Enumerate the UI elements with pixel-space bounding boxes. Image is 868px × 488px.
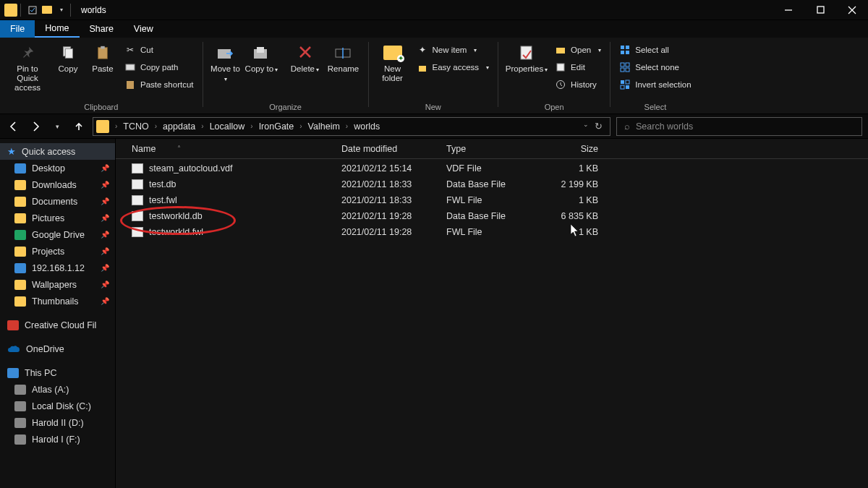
easy-access-label: Easy access xyxy=(433,63,480,72)
sidebar-item-icon xyxy=(14,296,26,307)
close-button[interactable] xyxy=(836,0,868,20)
history-button[interactable]: History xyxy=(552,76,604,93)
invert-selection-button[interactable]: Invert selection xyxy=(616,76,694,93)
new-item-button[interactable]: ✦New item▾ xyxy=(414,41,493,59)
move-to-icon xyxy=(216,43,236,63)
cut-button[interactable]: ✂Cut xyxy=(122,41,197,59)
copy-button[interactable]: Copy xyxy=(52,41,84,74)
tab-home[interactable]: Home xyxy=(35,20,79,38)
sidebar-item-6[interactable]: 192.168.1.12📌 xyxy=(0,260,115,276)
svg-rect-25 xyxy=(621,51,624,54)
drive-item-3[interactable]: Harold I (F:) xyxy=(0,431,115,448)
open-button[interactable]: Open▾ xyxy=(552,41,604,59)
pin-label: Pin to Quick access xyxy=(6,64,49,93)
svg-rect-2 xyxy=(817,7,824,13)
this-pc-icon xyxy=(7,368,19,378)
onedrive-item[interactable]: OneDrive xyxy=(0,341,115,357)
navigation-bar: ▾ › TCNO› appdata› Locallow› IronGate› V… xyxy=(0,114,868,139)
sidebar-item-8[interactable]: Thumbnails📌 xyxy=(0,293,115,309)
file-row-0[interactable]: steam_autocloud.vdf2021/02/12 15:14VDF F… xyxy=(116,160,868,176)
crumb-0[interactable]: TCNO xyxy=(122,121,150,132)
copy-to-button[interactable]: Copy to ▾ xyxy=(245,41,278,74)
sidebar-item-4[interactable]: Google Drive📌 xyxy=(0,226,115,243)
move-to-button[interactable]: Move to ▾ xyxy=(209,41,242,83)
column-name[interactable]: Name˄ xyxy=(132,144,341,154)
file-row-3[interactable]: testworkld.db2021/02/11 19:28Data Base F… xyxy=(116,208,868,224)
sidebar-item-5[interactable]: Projects📌 xyxy=(0,243,115,260)
drive-item-2[interactable]: Harold II (D:) xyxy=(0,414,115,431)
new-item-label: New item xyxy=(433,46,467,54)
refresh-button[interactable]: ↻ xyxy=(595,121,603,132)
onedrive-icon xyxy=(7,345,20,354)
edit-button[interactable]: Edit xyxy=(552,59,604,76)
new-folder-button[interactable]: ✦ New folder xyxy=(375,41,411,83)
file-type: VDF File xyxy=(446,163,540,174)
paste-shortcut-button[interactable]: Paste shortcut xyxy=(122,76,197,93)
new-folder-label: New folder xyxy=(375,64,411,83)
column-type[interactable]: Type xyxy=(446,144,540,154)
file-name: steam_autocloud.vdf xyxy=(149,163,341,174)
file-row-4[interactable]: testworkld.fwl2021/02/11 19:28FWL File1 … xyxy=(116,224,868,240)
creative-cloud-item[interactable]: Creative Cloud Fil xyxy=(0,317,115,333)
easy-access-icon xyxy=(417,61,428,73)
sidebar-item-label: Downloads xyxy=(32,180,77,190)
column-date[interactable]: Date modified xyxy=(341,144,446,154)
sidebar-item-7[interactable]: Wallpapers📌 xyxy=(0,276,115,293)
file-row-2[interactable]: test.fwl2021/02/11 18:33FWL File1 KB xyxy=(116,192,868,208)
qat-dropdown-icon[interactable]: ▾ xyxy=(56,4,67,16)
crumb-1[interactable]: appdata xyxy=(161,121,197,132)
qat-new-folder-icon[interactable] xyxy=(41,4,53,16)
crumb-4[interactable]: Valheim xyxy=(307,121,341,132)
easy-access-button[interactable]: Easy access▾ xyxy=(414,59,493,76)
this-pc-item[interactable]: This PC xyxy=(0,364,115,381)
svg-rect-6 xyxy=(65,49,72,59)
svg-rect-8 xyxy=(101,46,105,49)
column-size[interactable]: Size xyxy=(540,144,605,154)
sidebar-item-2[interactable]: Documents📌 xyxy=(0,193,115,210)
search-box[interactable]: ⌕ Search worlds xyxy=(616,117,862,136)
drive-item-0[interactable]: Atlas (A:) xyxy=(0,381,115,398)
select-all-button[interactable]: Select all xyxy=(616,41,694,59)
minimize-button[interactable] xyxy=(773,0,804,20)
sidebar-item-icon xyxy=(14,230,26,240)
copy-label: Copy xyxy=(59,64,78,74)
quick-access-header[interactable]: ★Quick access xyxy=(0,143,115,160)
sidebar-item-label: Google Drive xyxy=(32,230,85,240)
copy-path-button[interactable]: Copy path xyxy=(122,59,197,76)
properties-button[interactable]: Properties ▾ xyxy=(504,41,549,74)
tab-share[interactable]: Share xyxy=(80,20,124,38)
paste-button[interactable]: Paste xyxy=(87,41,119,74)
sidebar-item-1[interactable]: Downloads📌 xyxy=(0,176,115,193)
drive-item-1[interactable]: Local Disk (C:) xyxy=(0,398,115,414)
up-button[interactable] xyxy=(71,119,87,134)
pin-to-quick-access-button[interactable]: Pin to Quick access xyxy=(6,41,49,93)
svg-rect-24 xyxy=(626,46,629,49)
tab-view[interactable]: View xyxy=(124,20,163,38)
crumb-5[interactable]: worlds xyxy=(352,121,381,132)
sidebar-item-0[interactable]: Desktop📌 xyxy=(0,160,115,176)
maximize-button[interactable] xyxy=(804,0,836,20)
crumb-2[interactable]: Locallow xyxy=(208,121,247,132)
sidebar-item-3[interactable]: Pictures📌 xyxy=(0,210,115,226)
tab-file[interactable]: File xyxy=(0,20,35,38)
forward-button[interactable] xyxy=(27,119,43,134)
address-dropdown-icon[interactable]: ⌄ xyxy=(583,121,589,132)
delete-button[interactable]: Delete ▾ xyxy=(289,41,322,74)
pin-icon: 📌 xyxy=(101,164,109,172)
pin-icon xyxy=(17,43,38,63)
select-none-button[interactable]: Select none xyxy=(616,59,694,76)
rename-button[interactable]: Rename xyxy=(325,41,362,74)
recent-locations-button[interactable]: ▾ xyxy=(49,119,65,134)
sidebar-item-label: Thumbnails xyxy=(32,296,79,307)
back-button[interactable] xyxy=(6,119,22,134)
crumb-3[interactable]: IronGate xyxy=(258,121,296,132)
pin-icon: 📌 xyxy=(101,214,109,222)
file-row-1[interactable]: test.db2021/02/11 18:33Data Base File2 1… xyxy=(116,176,868,192)
file-icon xyxy=(132,227,143,237)
qat-properties-icon[interactable] xyxy=(27,4,38,16)
properties-label: Properties xyxy=(506,64,543,73)
pin-icon: 📌 xyxy=(101,197,109,205)
paste-shortcut-icon xyxy=(124,79,136,90)
address-bar[interactable]: › TCNO› appdata› Locallow› IronGate› Val… xyxy=(93,117,610,136)
copy-to-icon xyxy=(252,43,272,63)
